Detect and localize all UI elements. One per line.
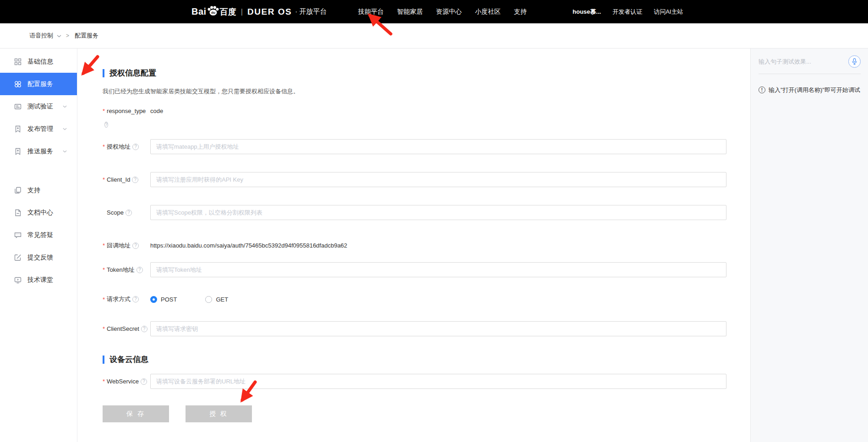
field-label: * ClientSecret ? — [103, 325, 150, 332]
baidu-dueros-logo[interactable]: Bai du 百度 | DUER OS · 开放平台 — [191, 0, 327, 23]
breadcrumb-parent[interactable]: 语音控制 — [29, 32, 53, 40]
radio-get[interactable]: GET — [205, 296, 228, 303]
client-secret-input[interactable] — [150, 321, 726, 336]
nav-smart-home[interactable]: 智能家居 — [397, 8, 423, 16]
radio-selected-icon — [150, 296, 157, 303]
help-icon[interactable]: ? — [104, 122, 108, 128]
sidebar-item-basic-info[interactable]: 基础信息 — [0, 50, 77, 73]
help-icon[interactable]: ? — [126, 210, 132, 216]
microphone-icon — [852, 58, 857, 65]
required-asterisk: * — [103, 296, 105, 303]
logo-baidu-cn: 百度 — [220, 6, 236, 17]
sidebar-item-faq[interactable]: 常见答疑 — [0, 224, 77, 246]
visit-ai-site-link[interactable]: 访问AI主站 — [654, 8, 683, 16]
required-asterisk: * — [103, 378, 105, 385]
four-circles-icon — [14, 81, 22, 88]
field-label: * response_type — [103, 108, 150, 114]
sidebar-item-tech-class[interactable]: 技术课堂 — [0, 269, 77, 291]
field-label: * 请求方式 ? — [103, 295, 150, 303]
radio-unselected-icon — [205, 296, 212, 303]
debug-hint-text: 输入"打开(调用名称)"即可开始调试 — [769, 86, 860, 94]
video-classroom-icon — [14, 276, 22, 284]
nav-xiaodu-community[interactable]: 小度社区 — [475, 8, 501, 16]
field-label: * Token地址 ? — [103, 266, 150, 274]
field-callback-url: * 回调地址 ? https://xiaodu.baidu.com/saiya/… — [103, 238, 750, 253]
radio-post[interactable]: POST — [150, 296, 177, 303]
developer-cert-link[interactable]: 开发者认证 — [612, 8, 642, 16]
sidebar-item-label: 常见答疑 — [27, 231, 53, 239]
logo-open-platform: · 开放平台 — [295, 7, 327, 16]
top-navigation-bar: Bai du 百度 | DUER OS · 开放平台 技能平台 智能家居 资源中… — [0, 0, 868, 23]
sidebar-item-doc-center[interactable]: 文档中心 — [0, 201, 77, 224]
auth-url-input[interactable] — [150, 139, 726, 154]
chevron-down-icon — [63, 150, 67, 153]
scope-input[interactable] — [150, 205, 726, 220]
sidebar-item-feedback[interactable]: 提交反馈 — [0, 246, 77, 269]
test-card-icon — [14, 103, 22, 110]
field-response-type: * response_type code — [103, 108, 750, 114]
sidebar-item-push-service[interactable]: 推送服务 — [0, 140, 77, 162]
webservice-input[interactable] — [150, 374, 726, 389]
section-accent-bar — [103, 356, 104, 364]
help-icon[interactable]: ? — [132, 296, 139, 302]
debug-test-panel: ! 输入"打开(调用名称)"即可开始调试 — [750, 49, 868, 442]
sidebar-item-label: 技术课堂 — [27, 276, 53, 284]
response-type-help-row: ? — [103, 120, 750, 127]
authorize-button[interactable]: 授 权 — [186, 405, 252, 422]
top-user-area: house慕... 开发者认证 访问AI主站 — [573, 0, 683, 23]
sidebar-item-publish-manage[interactable]: 发布管理 — [0, 118, 77, 140]
microphone-button[interactable] — [848, 55, 861, 68]
breadcrumb-separator: > — [66, 32, 69, 39]
help-icon[interactable]: ? — [132, 144, 139, 150]
debug-hint: ! 输入"打开(调用名称)"即可开始调试 — [759, 86, 861, 94]
field-auth-url: * 授权地址 ? — [103, 139, 750, 154]
field-label: * WebService ? — [103, 378, 150, 385]
bookmark-plus-icon — [14, 125, 22, 133]
svg-text:du: du — [211, 11, 216, 15]
field-client-id: * Client_Id ? — [103, 172, 750, 187]
sidebar-item-label: 提交反馈 — [27, 253, 53, 262]
field-webservice: * WebService ? — [103, 374, 750, 389]
client-id-input[interactable] — [150, 172, 726, 187]
logo-divider: | — [241, 7, 243, 16]
help-icon[interactable]: ? — [132, 243, 139, 249]
grid-icon — [14, 58, 22, 65]
baidu-paw-icon: du — [207, 5, 219, 16]
copy-icon — [14, 187, 22, 194]
sidebar-item-label: 配置服务 — [27, 80, 53, 88]
sidebar: 基础信息 配置服务 测试验证 发布管理 推送服务 支持 文档中心 — [0, 49, 77, 442]
help-icon[interactable]: ? — [141, 378, 147, 385]
sidebar-item-test-verify[interactable]: 测试验证 — [0, 95, 77, 118]
field-label: * Client_Id ? — [103, 176, 150, 183]
field-label: * 授权地址 ? — [103, 143, 150, 151]
sidebar-item-label: 基础信息 — [27, 58, 53, 66]
test-sentence-input[interactable] — [759, 58, 841, 65]
test-sentence-row — [759, 55, 861, 74]
logo-bai-text: Bai — [191, 6, 207, 17]
username-menu[interactable]: house慕... — [573, 8, 601, 16]
sidebar-item-label: 测试验证 — [27, 102, 53, 111]
help-icon[interactable]: ? — [132, 177, 138, 183]
top-nav-menu: 技能平台 智能家居 资源中心 小度社区 支持 — [358, 0, 527, 23]
form-actions: 保 存 授 权 — [103, 405, 750, 422]
sidebar-item-label: 推送服务 — [27, 147, 53, 156]
help-icon[interactable]: ? — [141, 326, 147, 332]
token-url-input[interactable] — [150, 262, 726, 277]
response-type-value: code — [150, 108, 163, 114]
sidebar-item-config-service[interactable]: 配置服务 — [0, 73, 77, 95]
save-button[interactable]: 保 存 — [103, 405, 169, 422]
section-title: 设备云信息 — [109, 354, 148, 365]
nav-resource-center[interactable]: 资源中心 — [436, 8, 462, 16]
required-asterisk: * — [103, 176, 105, 183]
sidebar-item-support[interactable]: 支持 — [0, 179, 77, 201]
nav-support[interactable]: 支持 — [514, 8, 527, 16]
edit-pen-icon — [14, 254, 22, 261]
nav-skill-platform[interactable]: 技能平台 — [358, 8, 384, 16]
auth-section-header: 授权信息配置 — [103, 68, 750, 78]
field-scope: * Scope ? — [103, 205, 750, 220]
field-client-secret: * ClientSecret ? — [103, 321, 750, 336]
required-asterisk: * — [103, 266, 105, 273]
request-method-radios: POST GET — [150, 296, 228, 303]
help-icon[interactable]: ? — [136, 267, 143, 273]
chevron-down-icon[interactable] — [57, 35, 61, 38]
